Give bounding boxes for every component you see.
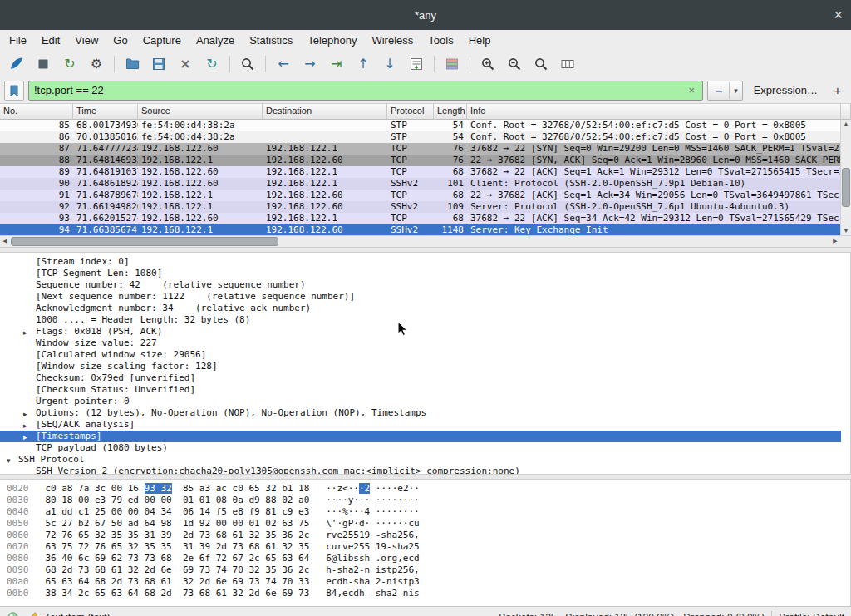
scroll-left-icon[interactable]: ◀ [0,236,10,247]
go-forward-button[interactable]: → [298,53,322,75]
column-header-destination[interactable]: Destination [263,104,387,120]
list-details-splitter[interactable] [0,247,851,253]
status-profile[interactable]: Profile: Default [779,612,844,616]
scroll-right-icon[interactable]: ▶ [830,236,840,247]
column-header-protocol[interactable]: Protocol [387,104,434,120]
packet-row-94[interactable]: 9471.663856741192.168.122.1192.168.122.6… [0,224,840,235]
packet-row-92[interactable]: 9271.661949820192.168.122.1192.168.122.6… [0,201,840,213]
detail-row-16[interactable]: TCP payload (1080 bytes) [0,442,841,454]
hex-row-00a0[interactable]: 00a0 65 63 64 68 2d 73 68 61 32 2d 6e 69… [7,576,841,588]
menu-telephony[interactable]: Telephony [300,32,364,49]
display-filter-input[interactable]: !tcp.port == 22 × [28,81,703,101]
expand-arrow-icon[interactable]: ▸ [23,408,27,419]
find-packet-button[interactable] [235,53,260,75]
go-back-button[interactable]: ← [271,53,296,75]
hex-row-0030[interactable]: 0030 80 18 00 e3 79 ed 00 00 01 01 08 0a… [7,495,841,506]
restart-capture-button[interactable]: ↻ [57,53,82,75]
packet-list-horizontal-scrollbar[interactable]: ◀ ▶ [0,235,851,247]
resize-columns-button[interactable] [555,53,580,75]
filter-clear-icon[interactable]: × [686,84,698,96]
packet-row-87[interactable]: 8771.647777234192.168.122.60192.168.122.… [0,143,840,155]
auto-scroll-button[interactable] [404,53,429,75]
go-to-packet-button[interactable]: ⇥ [324,53,349,75]
packet-list-vertical-scrollbar[interactable]: ▲ ▼ [840,120,851,235]
detail-row-18[interactable]: SSH Version 2 (encryption:chacha20-poly1… [0,466,841,474]
hex-row-00b0[interactable]: 00b0 38 34 2c 65 63 64 68 2d 73 68 61 32… [7,588,841,599]
hex-row-0090[interactable]: 0090 68 2d 73 68 61 32 2d 6e 69 73 74 70… [7,564,841,576]
packet-row-91[interactable]: 9171.648789678192.168.122.1192.168.122.6… [0,190,840,201]
detail-row-4[interactable]: Acknowledgment number: 34 (relative ack … [0,303,841,314]
detail-row-7[interactable]: Window size value: 227 [0,338,841,349]
packet-row-89[interactable]: 8971.648191037192.168.122.60192.168.122.… [0,166,840,178]
detail-row-12[interactable]: Urgent pointer: 0 [0,396,841,407]
detail-row-8[interactable]: [Calculated window size: 29056] [0,349,841,361]
scroll-up-icon[interactable]: ▲ [841,120,851,128]
start-capture-button[interactable] [4,53,29,75]
detail-row-1[interactable]: [TCP Segment Len: 1080] [0,268,841,279]
column-header-info[interactable]: Info [467,104,841,120]
menu-tools[interactable]: Tools [421,32,460,49]
packet-list-scroll-thumb[interactable] [842,168,850,207]
column-header-source[interactable]: Source [138,104,263,120]
reload-file-button[interactable]: ↻ [199,53,224,75]
detail-row-9[interactable]: [Window size scaling factor: 128] [0,361,841,372]
menu-view[interactable]: View [67,32,106,49]
packet-row-90[interactable]: 9071.648618924192.168.122.60192.168.122.… [0,178,840,190]
expression-button[interactable]: Expression… [747,84,824,96]
zoom-out-button[interactable] [502,53,527,75]
go-first-packet-button[interactable]: ↑ [351,53,376,75]
detail-row-3[interactable]: [Next sequence number: 1122 (relative se… [0,291,841,303]
expand-arrow-icon[interactable]: ▸ [23,420,27,431]
zoom-in-button[interactable] [475,53,500,75]
menu-analyze[interactable]: Analyze [189,32,242,49]
detail-row-0[interactable]: [Stream index: 0] [0,256,841,268]
filter-apply-button[interactable]: → ▾ [707,81,743,101]
save-file-button[interactable] [146,53,171,75]
packet-row-86[interactable]: 8670.013850163fe:54:00:d4:38:2aSTP54Conf… [0,131,840,143]
menu-statistics[interactable]: Statistics [242,32,300,49]
filter-apply-arrow-icon[interactable]: → [708,84,729,96]
detail-row-2[interactable]: Sequence number: 42 (relative sequence n… [0,279,841,291]
close-file-button[interactable]: × [173,53,198,75]
go-last-packet-button[interactable]: ↓ [377,53,402,75]
scroll-down-icon[interactable]: ▼ [841,227,851,235]
detail-row-15[interactable]: ▸[Timestamps] [0,431,841,442]
open-file-button[interactable] [120,53,145,75]
packet-row-85[interactable]: 8568.001734936fe:54:00:d4:38:2aSTP54Conf… [0,120,840,131]
detail-row-14[interactable]: ▸[SEQ/ACK analysis] [0,419,841,431]
menu-edit[interactable]: Edit [34,32,67,49]
zoom-reset-button[interactable] [529,53,553,75]
stop-capture-button[interactable] [31,53,56,75]
details-bytes-splitter[interactable] [0,474,851,480]
hex-row-0050[interactable]: 0050 5c 27 b2 67 50 ad 64 98 1d 92 00 00… [7,518,841,530]
hex-row-0070[interactable]: 0070 63 75 72 76 65 32 35 35 31 39 2d 73… [7,541,841,553]
menu-go[interactable]: Go [106,32,135,49]
expand-arrow-icon[interactable]: ▸ [23,327,27,338]
detail-row-6[interactable]: ▸Flags: 0x018 (PSH, ACK) [0,326,841,338]
colorize-packets-button[interactable] [440,53,465,75]
menu-wireless[interactable]: Wireless [364,32,421,49]
detail-row-5[interactable]: 1000 .... = Header Length: 32 bytes (8) [0,314,841,326]
menu-capture[interactable]: Capture [135,32,189,49]
menu-help[interactable]: Help [461,32,499,49]
packet-row-93[interactable]: 9371.662015274192.168.122.60192.168.122.… [0,213,840,224]
capture-comment-icon[interactable] [26,611,38,616]
detail-row-17[interactable]: ▾SSH Protocol [0,454,841,466]
expand-arrow-icon[interactable]: ▸ [23,431,27,442]
packet-row-88[interactable]: 8871.648146932192.168.122.1192.168.122.6… [0,155,840,166]
column-header-no[interactable]: No. [0,104,73,120]
hex-row-0060[interactable]: 0060 72 76 65 32 35 35 31 39 2d 73 68 61… [7,530,841,541]
capture-options-button[interactable]: ⚙ [84,53,109,75]
collapse-arrow-icon[interactable]: ▾ [7,455,11,466]
window-close-button[interactable]: × [834,0,843,30]
column-header-time[interactable]: Time [73,104,138,120]
packet-list-hscroll-thumb[interactable] [11,237,278,246]
hex-row-0020[interactable]: 0020 c0 a8 7a 3c 00 16 93 32 85 a3 ac c0… [7,483,841,495]
hex-row-0040[interactable]: 0040 a1 dd c1 25 00 00 04 34 06 14 f5 e8… [7,506,841,518]
hex-row-0080[interactable]: 0080 36 40 6c 69 62 73 73 68 2e 6f 72 67… [7,553,841,564]
expert-info-icon[interactable] [7,611,19,616]
detail-row-13[interactable]: ▸Options: (12 bytes), No-Operation (NOP)… [0,407,841,419]
detail-row-11[interactable]: [Checksum Status: Unverified] [0,384,841,396]
menu-file[interactable]: File [2,32,34,49]
column-header-length[interactable]: Length [434,104,467,120]
